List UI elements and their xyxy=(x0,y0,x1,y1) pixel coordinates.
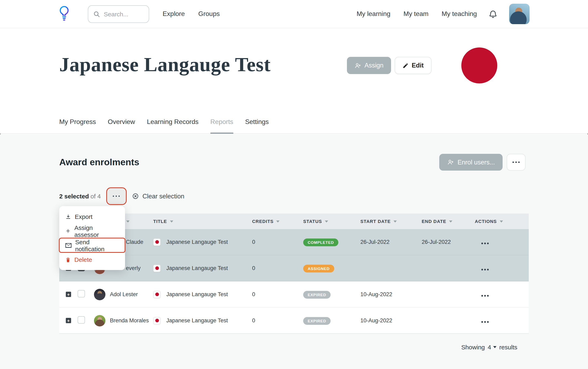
tab-reports[interactable]: Reports xyxy=(210,118,233,134)
credits-value: 0 xyxy=(252,318,303,324)
showing-label: Showing xyxy=(461,344,485,351)
table-row: + Claude Japanese Langauge Test 0 COMPLE… xyxy=(59,229,529,255)
assign-button[interactable]: Assign xyxy=(347,57,391,74)
expand-row-button[interactable]: + xyxy=(66,292,71,297)
tab-my-progress[interactable]: My Progress xyxy=(59,118,96,134)
trash-icon xyxy=(65,257,71,262)
start-date: 26-Jul-2022 xyxy=(360,239,422,245)
status-badge: EXPIRED xyxy=(303,317,331,325)
clear-selection-button[interactable]: Clear selection xyxy=(132,193,184,200)
start-date: 10-Aug-2022 xyxy=(360,318,422,324)
search-icon xyxy=(93,10,100,17)
nav-link-my-teaching[interactable]: My teaching xyxy=(441,10,477,18)
credits-value: 0 xyxy=(252,239,303,245)
menu-item-delete[interactable]: Delete xyxy=(59,252,125,267)
sort-caret-icon xyxy=(449,220,452,222)
course-header: Japanese Langauge Test Assign Edit My Pr… xyxy=(0,28,588,134)
ellipsis-icon xyxy=(113,195,120,197)
credits-value: 0 xyxy=(252,291,303,297)
profile-avatar[interactable] xyxy=(509,4,529,24)
row-actions-button[interactable] xyxy=(481,318,489,324)
status-badge: COMPLETED xyxy=(303,238,338,246)
results-label: results xyxy=(499,344,517,351)
user-avatar xyxy=(94,315,105,326)
tab-settings[interactable]: Settings xyxy=(245,118,269,134)
bulk-actions-button[interactable] xyxy=(107,188,126,204)
section-more-actions-button[interactable] xyxy=(507,154,526,171)
table-row: + everly Japanese Langauge Test 0 ASSIGN… xyxy=(59,255,529,281)
course-tabs: My Progress Overview Learning Records Re… xyxy=(59,118,269,134)
course-flag-icon xyxy=(153,317,161,324)
sort-caret-icon xyxy=(170,220,173,222)
ellipsis-icon xyxy=(481,269,489,270)
course-flag-icon xyxy=(153,265,161,272)
results-footer: Showing 4 results xyxy=(461,344,517,351)
menu-item-send-notification[interactable]: Send notification xyxy=(59,238,125,252)
user-name: everly xyxy=(126,265,141,271)
sort-caret-icon xyxy=(276,220,280,222)
credits-value: 0 xyxy=(252,265,303,271)
menu-item-export[interactable]: Export xyxy=(59,209,125,224)
row-actions-button[interactable] xyxy=(481,291,489,297)
primary-nav: Explore Groups xyxy=(163,10,220,18)
expand-row-button[interactable]: + xyxy=(66,318,71,323)
course-flag-icon xyxy=(153,291,161,298)
selection-count: 2 selectedof 4 xyxy=(59,193,101,200)
download-icon xyxy=(65,214,71,219)
enrolments-table: USER TITLE CREDITS STATUS START DATE END… xyxy=(59,214,529,334)
nav-link-groups[interactable]: Groups xyxy=(198,10,220,18)
search-box xyxy=(88,5,149,23)
pencil-icon xyxy=(402,62,408,69)
table-row: + Brenda Morales Japanese Langauge Test … xyxy=(59,308,529,334)
column-header-credits[interactable]: CREDITS xyxy=(252,219,303,224)
course-flag-icon xyxy=(153,238,161,246)
ellipsis-icon xyxy=(481,321,489,323)
person-plus-icon xyxy=(354,62,361,69)
secondary-nav: My learning My team My teaching xyxy=(356,10,477,18)
chevron-down-icon xyxy=(493,346,497,348)
column-header-end-date[interactable]: END DATE xyxy=(422,219,475,224)
sort-caret-icon xyxy=(325,220,328,222)
ellipsis-icon xyxy=(481,295,489,296)
results-count-dropdown[interactable]: 4 xyxy=(488,344,497,351)
column-header-status[interactable]: STATUS xyxy=(303,219,360,224)
table-header-row: USER TITLE CREDITS STATUS START DATE END… xyxy=(59,214,529,229)
nav-link-my-learning[interactable]: My learning xyxy=(356,10,390,18)
lightbulb-logo-icon[interactable] xyxy=(58,5,70,22)
user-name: Claude xyxy=(126,239,143,245)
row-actions-button[interactable] xyxy=(481,239,489,245)
reports-section: Award enrolments Enrol users... 2 select… xyxy=(0,134,588,369)
status-badge: ASSIGNED xyxy=(303,265,334,272)
row-actions-button[interactable] xyxy=(481,265,489,271)
course-title: Japanese Langauge Test xyxy=(166,265,228,271)
selection-bar: 2 selectedof 4 Clear selection xyxy=(59,188,588,204)
sort-caret-icon xyxy=(500,220,503,222)
course-title: Japanese Langauge Test xyxy=(166,291,228,297)
column-header-start-date[interactable]: START DATE xyxy=(360,219,422,224)
edit-button[interactable]: Edit xyxy=(394,57,431,74)
ellipsis-icon xyxy=(481,243,489,244)
page: Explore Groups My learning My team My te… xyxy=(0,0,588,369)
sort-caret-icon xyxy=(393,220,397,222)
plus-icon xyxy=(65,228,71,234)
column-header-actions[interactable]: ACTIONS xyxy=(475,219,526,224)
row-checkbox[interactable] xyxy=(78,290,85,297)
row-checkbox[interactable] xyxy=(78,316,85,323)
end-date: 26-Jul-2022 xyxy=(422,239,475,245)
course-image-japan-flag xyxy=(461,47,497,83)
start-date: 10-Aug-2022 xyxy=(360,291,422,297)
notifications-bell-icon[interactable] xyxy=(488,9,498,19)
circle-x-icon xyxy=(132,193,139,200)
enrol-users-button[interactable]: Enrol users... xyxy=(439,154,503,171)
nav-link-explore[interactable]: Explore xyxy=(163,10,185,18)
tab-learning-records[interactable]: Learning Records xyxy=(147,118,199,134)
person-plus-icon xyxy=(447,159,454,166)
nav-link-my-team[interactable]: My team xyxy=(403,10,429,18)
tab-overview[interactable]: Overview xyxy=(108,118,135,134)
course-title: Japanese Langauge Test xyxy=(166,318,228,324)
course-title: Japanese Langauge Test xyxy=(166,239,228,245)
menu-item-assign-assessor[interactable]: Assign assessor xyxy=(59,224,125,238)
column-header-title[interactable]: TITLE xyxy=(153,219,252,224)
user-name: Brenda Morales xyxy=(110,318,149,324)
page-title: Japanese Langauge Test xyxy=(59,53,271,76)
